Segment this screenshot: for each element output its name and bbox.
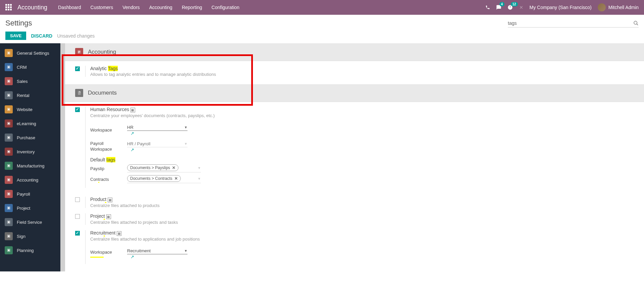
sidebar-item-general-settings[interactable]: General Settings <box>0 46 60 60</box>
activity-badge: 12 <box>511 2 518 6</box>
recruitment-checkbox[interactable] <box>75 231 80 236</box>
menu-configuration[interactable]: Configuration <box>212 5 239 10</box>
page-title: Settings <box>5 19 32 28</box>
default-tags-label: Default tags <box>90 157 115 162</box>
sidebar-item-label: Purchase <box>17 135 35 140</box>
header: Settings <box>0 15 644 30</box>
svg-point-0 <box>634 21 637 24</box>
sidebar-item-sales[interactable]: Sales <box>0 74 60 88</box>
external-link-icon[interactable]: ↗ <box>130 131 134 136</box>
sidebar-item-inventory[interactable]: Inventory <box>0 145 60 159</box>
remove-tag-icon[interactable]: ✕ <box>172 165 175 170</box>
caret-down-icon[interactable]: ▼ <box>198 177 201 181</box>
project-title: Project▦ <box>90 213 637 219</box>
phone-icon[interactable] <box>485 5 490 10</box>
setting-product: Product▦ Centralize files attached to pr… <box>65 195 644 212</box>
svg-point-9 <box>8 95 10 96</box>
svg-point-3 <box>8 52 10 54</box>
caret-down-icon: ▼ <box>184 142 187 146</box>
section-documents-title: Documents <box>88 90 117 96</box>
search-box[interactable] <box>508 19 639 28</box>
sidebar-item-purchase[interactable]: Purchase <box>0 131 60 145</box>
caret-down-icon[interactable]: ▼ <box>198 166 201 170</box>
building-icon[interactable]: ▦ <box>106 214 111 219</box>
remove-tag-icon[interactable]: ✕ <box>174 176 178 181</box>
svg-point-15 <box>8 137 10 139</box>
avatar <box>598 3 606 11</box>
sidebar-item-label: Website <box>17 107 33 112</box>
sidebar-scrollbar[interactable] <box>60 43 65 271</box>
sidebar-item-crm[interactable]: CRM <box>0 60 60 74</box>
search-input[interactable] <box>508 19 633 27</box>
sidebar-icon <box>5 162 13 170</box>
user-menu[interactable]: Mitchell Admin <box>598 3 639 11</box>
activity-icon[interactable]: 12 <box>507 5 513 10</box>
building-icon[interactable]: ▦ <box>117 231 121 236</box>
recruitment-workspace-select[interactable]: Recruitment▼ <box>127 248 187 254</box>
contracts-label: Contracts <box>90 177 118 182</box>
sidebar-icon <box>5 105 13 113</box>
contracts-tag[interactable]: Documents > Contracts✕ <box>127 175 181 182</box>
sidebar-item-label: Sales <box>17 79 28 84</box>
payroll-workspace-label: Payroll Workspace <box>90 141 118 152</box>
apps-icon[interactable] <box>5 4 12 11</box>
sidebar-item-label: Inventory <box>17 149 35 154</box>
analytic-tags-title: Analytic Tags <box>90 66 637 71</box>
sidebar-item-rental[interactable]: Rental <box>0 88 60 102</box>
sidebar-icon <box>5 232 13 240</box>
content: General SettingsCRMSalesRentalWebsiteeLe… <box>0 43 644 271</box>
company-name[interactable]: My Company (San Francisco) <box>530 5 592 10</box>
sidebar-item-label: Rental <box>17 93 30 98</box>
payslip-tag[interactable]: Documents > Payslips✕ <box>127 164 178 171</box>
sidebar-item-manufacturing[interactable]: Manufacturing <box>0 159 60 173</box>
unsaved-indicator: Unsaved changes <box>57 33 95 39</box>
building-icon[interactable]: ▦ <box>108 198 112 202</box>
search-icon[interactable] <box>633 20 639 26</box>
menu-vendors[interactable]: Vendors <box>122 5 140 10</box>
menu-customers[interactable]: Customers <box>91 5 113 10</box>
building-icon[interactable]: ▦ <box>130 108 135 112</box>
sidebar-item-accounting[interactable]: Accounting <box>0 173 60 187</box>
svg-point-7 <box>8 81 10 82</box>
svg-line-1 <box>637 24 638 25</box>
workspace-label: Workspace <box>90 127 118 133</box>
setting-analytic-tags: Analytic Tags Allows to tag analytic ent… <box>65 61 644 84</box>
setting-project: Project▦ Centralize files attached to pr… <box>65 212 644 229</box>
sidebar-item-label: Manufacturing <box>17 163 44 168</box>
hr-checkbox[interactable] <box>75 107 80 112</box>
close-icon[interactable] <box>519 5 524 10</box>
workspace-select[interactable]: HR▼ <box>127 124 187 131</box>
chat-icon[interactable]: 4 <box>496 5 501 10</box>
sidebar-item-elearning[interactable]: eLearning <box>0 116 60 131</box>
sidebar-item-label: Sign <box>17 234 25 239</box>
sidebar-item-website[interactable]: Website <box>0 102 60 116</box>
brand: Accounting <box>17 4 47 11</box>
sidebar-item-sign[interactable]: Sign <box>0 229 60 243</box>
product-checkbox[interactable] <box>75 197 80 202</box>
documents-section-icon <box>75 89 83 97</box>
sidebar-item-field-service[interactable]: Field Service <box>0 215 60 229</box>
analytic-tags-checkbox[interactable] <box>75 66 80 71</box>
sidebar-icon <box>5 246 13 254</box>
setting-recruitment: Recruitment▦ Centralize files attached t… <box>65 229 644 271</box>
sidebar-item-project[interactable]: Project <box>0 201 60 215</box>
user-name: Mitchell Admin <box>608 5 639 10</box>
section-accounting-head: Accounting <box>65 43 644 61</box>
sidebar-item-label: Field Service <box>17 220 42 225</box>
sidebar-item-planning[interactable]: Planning <box>0 243 60 257</box>
discard-button[interactable]: DISCARD <box>31 33 52 39</box>
menu-reporting[interactable]: Reporting <box>182 5 202 10</box>
sidebar-icon <box>5 134 13 142</box>
analytic-tags-desc: Allows to tag analytic entries and to ma… <box>90 72 637 77</box>
menu-dashboard[interactable]: Dashboard <box>58 5 81 10</box>
sidebar-icon <box>5 119 13 127</box>
project-checkbox[interactable] <box>75 214 80 219</box>
sidebar-item-payroll[interactable]: Payroll <box>0 187 60 201</box>
payroll-workspace-select[interactable]: HR / Payroll▼ <box>127 141 187 147</box>
menu-accounting[interactable]: Accounting <box>149 5 172 10</box>
external-link-icon[interactable]: ↗ <box>130 147 134 152</box>
sidebar-icon <box>5 63 13 71</box>
top-right: 4 12 My Company (San Francisco) Mitchell… <box>485 3 639 11</box>
save-button[interactable]: SAVE <box>5 32 26 40</box>
external-link-icon[interactable]: ↗ <box>130 254 134 259</box>
